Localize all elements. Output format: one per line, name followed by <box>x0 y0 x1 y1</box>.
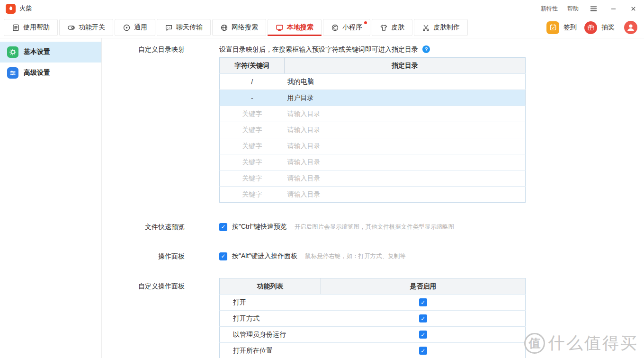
lottery-icon <box>584 21 597 34</box>
function-row: 打开所在位置 <box>220 343 526 358</box>
action-panel-note: 鼠标悬停右键，如：打开方式、复制等 <box>305 252 406 260</box>
tabbar: 使用帮助 功能开关 通用 聊天传输 网络搜索 本地搜索 <box>0 17 644 38</box>
menu-icon[interactable] <box>588 3 599 14</box>
quick-preview-label: 文件快速预览 <box>102 222 185 232</box>
sidebar-item-basic-settings[interactable]: 基本设置 <box>0 42 101 63</box>
mapping-row[interactable]: / 我的电脑 <box>220 74 526 90</box>
function-row: 以管理员身份运行 <box>220 327 526 343</box>
directory-input[interactable]: 请输入目录 <box>285 138 526 154</box>
settings-sidebar: 基本设置 高级设置 <box>0 38 102 358</box>
mini-program-icon <box>331 24 339 32</box>
tab-feature-toggles[interactable]: 功能开关 <box>59 19 113 36</box>
enable-checkbox[interactable] <box>419 347 427 355</box>
mapping-row-empty[interactable]: 关键字 请输入目录 <box>220 138 526 154</box>
directory-mapping-section: 自定义目录映射 设置目录映射后，在搜索框输入预设字符或关键词即可进入指定目录 字… <box>102 44 644 203</box>
keyword-input[interactable]: 关键字 <box>220 138 285 154</box>
keyword-cell[interactable]: - <box>220 90 285 106</box>
col-header-enabled: 是否启用 <box>321 278 526 295</box>
col-header-keyword: 字符/关键词 <box>220 58 285 74</box>
enable-checkbox[interactable] <box>419 298 427 306</box>
keyword-input[interactable]: 关键字 <box>220 187 285 203</box>
quick-preview-checkbox-label: 按"Ctrl"键快速预览 <box>232 223 287 231</box>
skin-maker-icon <box>422 24 430 32</box>
mapping-row[interactable]: - 用户目录 <box>220 90 526 106</box>
col-header-directory: 指定目录 <box>285 58 526 74</box>
mapping-row-empty[interactable]: 关键字 请输入目录 <box>220 122 526 138</box>
tab-skin[interactable]: 皮肤 <box>372 19 412 36</box>
function-name: 以管理员身份运行 <box>220 327 321 343</box>
quick-preview-checkbox[interactable] <box>219 223 227 231</box>
skin-icon <box>380 24 388 32</box>
tab-local-search[interactable]: 本地搜索 <box>268 19 322 36</box>
directory-input[interactable]: 请输入目录 <box>285 187 526 203</box>
keyword-input[interactable]: 关键字 <box>220 122 285 138</box>
function-name: 打开方式 <box>220 311 321 327</box>
sign-in-icon <box>546 21 559 34</box>
tab-web-search[interactable]: 网络搜索 <box>212 19 266 36</box>
chat-transfer-icon <box>165 24 173 32</box>
tab-chat-transfer[interactable]: 聊天传输 <box>157 19 211 36</box>
action-panel-checkbox[interactable] <box>219 252 227 260</box>
basic-settings-icon <box>7 46 18 58</box>
directory-mapping-label: 自定义目录映射 <box>102 44 185 203</box>
custom-panel-label: 自定义操作面板 <box>102 278 185 358</box>
web-search-icon <box>220 24 228 32</box>
directory-input[interactable]: 请输入目录 <box>285 106 526 122</box>
help-icon[interactable] <box>422 45 430 53</box>
function-name: 打开所在位置 <box>220 343 321 358</box>
enable-checkbox[interactable] <box>419 314 427 322</box>
help-link[interactable]: 帮助 <box>567 5 579 13</box>
directory-cell[interactable]: 用户目录 <box>285 90 526 106</box>
action-panel-section: 操作面板 按"Alt"键进入操作面板 鼠标悬停右键，如：打开方式、复制等 <box>102 251 644 261</box>
tab-mini-program[interactable]: 小程序 <box>323 19 370 36</box>
settings-content: 自定义目录映射 设置目录映射后，在搜索框输入预设字符或关键词即可进入指定目录 字… <box>102 38 644 358</box>
lottery-button[interactable]: 抽奖 <box>584 21 615 34</box>
general-icon <box>123 24 131 32</box>
tab-skin-maker[interactable]: 皮肤制作 <box>414 19 468 36</box>
action-panel-checkbox-label: 按"Alt"键进入操作面板 <box>232 252 297 260</box>
function-name: 打开 <box>220 295 321 311</box>
app-title: 火柴 <box>19 4 32 13</box>
mapping-row-empty[interactable]: 关键字 请输入目录 <box>220 170 526 187</box>
advanced-settings-icon <box>7 67 18 79</box>
mapping-row-empty[interactable]: 关键字 请输入目录 <box>220 154 526 170</box>
directory-input[interactable]: 请输入目录 <box>285 122 526 138</box>
manual-icon <box>12 24 20 32</box>
close-button[interactable] <box>628 3 638 14</box>
user-avatar[interactable] <box>624 21 637 34</box>
quick-preview-section: 文件快速预览 按"Ctrl"键快速预览 开启后图片会显示缩览图，其他文件根据文件… <box>102 222 644 232</box>
notification-dot <box>364 21 367 24</box>
toggle-icon <box>67 24 75 32</box>
action-panel-label: 操作面板 <box>102 251 185 261</box>
mapping-row-empty[interactable]: 关键字 请输入目录 <box>220 106 526 122</box>
sidebar-item-advanced-settings[interactable]: 高级设置 <box>0 63 101 83</box>
local-search-icon <box>276 24 284 32</box>
keyword-input[interactable]: 关键字 <box>220 170 285 187</box>
new-features-link[interactable]: 新特性 <box>541 5 558 13</box>
titlebar: 火柴 新特性 帮助 <box>0 0 644 17</box>
sign-in-button[interactable]: 签到 <box>546 21 577 34</box>
keyword-cell[interactable]: / <box>220 74 285 90</box>
minimize-button[interactable] <box>608 3 618 14</box>
mapping-row-empty[interactable]: 关键字 请输入目录 <box>220 187 526 203</box>
function-row: 打开 <box>220 295 526 311</box>
keyword-input[interactable]: 关键字 <box>220 106 285 122</box>
directory-mapping-table: 字符/关键词 指定目录 / 我的电脑 - 用户目录 关键字 请输入目录 <box>219 57 526 203</box>
directory-input[interactable]: 请输入目录 <box>285 154 526 170</box>
directory-mapping-description: 设置目录映射后，在搜索框输入预设字符或关键词即可进入指定目录 <box>219 44 418 54</box>
quick-preview-note: 开启后图片会显示缩览图，其他文件根据文件类型显示缩略图 <box>295 223 455 231</box>
custom-panel-section: 自定义操作面板 功能列表 是否启用 打开 打开方式 <box>102 278 644 358</box>
function-row: 打开方式 <box>220 311 526 327</box>
directory-cell[interactable]: 我的电脑 <box>285 74 526 90</box>
app-logo-icon <box>6 4 16 14</box>
enable-checkbox[interactable] <box>419 331 427 339</box>
tab-general[interactable]: 通用 <box>115 19 155 36</box>
custom-panel-table: 功能列表 是否启用 打开 打开方式 以管理员身份运行 <box>219 278 526 358</box>
keyword-input[interactable]: 关键字 <box>220 154 285 170</box>
col-header-function-list: 功能列表 <box>220 278 321 295</box>
app-identity: 火柴 <box>6 4 32 14</box>
directory-input[interactable]: 请输入目录 <box>285 170 526 187</box>
tab-usage-help[interactable]: 使用帮助 <box>4 19 58 36</box>
